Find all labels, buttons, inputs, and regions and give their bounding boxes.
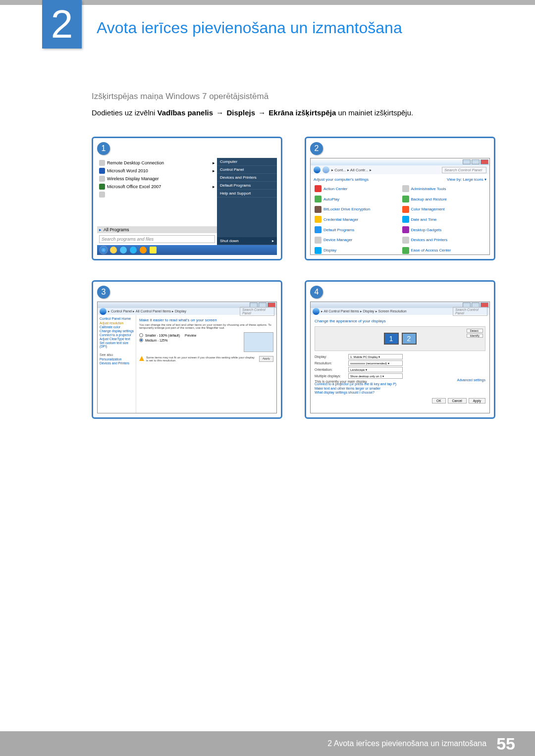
taskbar — [97, 245, 277, 255]
row-label: Multiple displays: — [315, 374, 344, 378]
breadcrumb[interactable]: ▸ All Control Panel Items ▸ Display ▸ Sc… — [321, 309, 407, 313]
nav-back-icon[interactable] — [314, 166, 321, 173]
sidebar-link[interactable]: Connect to a projector — [100, 333, 134, 337]
s3-body: Control Panel Home Adjust resolution Cal… — [98, 315, 276, 413]
monitor-2[interactable]: 2 — [402, 333, 417, 345]
cp-item[interactable]: Action Center — [315, 185, 398, 193]
nav-back-icon[interactable] — [100, 308, 107, 315]
window-titlebar — [311, 158, 489, 165]
search-input[interactable]: Search Control Panel — [442, 167, 486, 173]
sidebar-link[interactable]: Set custom text size (DPI) — [100, 341, 134, 348]
view-by-select[interactable]: View by: Large icons ▾ — [447, 177, 486, 182]
breadcrumb[interactable]: ▸ Control Panel ▸ All Control Panel Item… — [108, 309, 186, 313]
s1-right-item[interactable]: Help and Support — [217, 190, 277, 198]
cp-label: Action Center — [323, 187, 347, 191]
cp-item[interactable]: Backup and Restore — [402, 195, 486, 203]
projector-link[interactable]: Connect to a projector (or press the ⊞ k… — [315, 382, 485, 386]
row-label: Orientation: — [315, 368, 344, 371]
close-button[interactable] — [481, 159, 488, 164]
s1-item[interactable]: Microsoft Word 2010▸ — [99, 167, 215, 175]
cp-item[interactable]: Display — [315, 246, 398, 254]
sidebar-link[interactable]: Change display settings — [100, 329, 134, 333]
control-panel-grid: Action Center Administrative Tools AutoP… — [311, 185, 489, 254]
s1-right-item[interactable]: Control Panel — [217, 166, 277, 174]
s1-item[interactable]: Microsoft Office Excel 2007▸ — [99, 183, 215, 191]
opt-label: Medium - 125% — [145, 339, 168, 342]
resolution-select[interactable]: xxxxxxxxxx (recommended) ▾ — [348, 360, 403, 366]
cp-label: Backup and Restore — [411, 197, 447, 202]
minimize-button[interactable] — [463, 159, 471, 164]
row-label: Resolution: — [315, 361, 344, 365]
breadcrumb[interactable]: ▸ Cont... ▸ All Contr... ▸ — [331, 168, 372, 172]
cp-item[interactable]: AutoPlay — [315, 195, 398, 203]
size-option-125[interactable]: Medium - 125% — [139, 338, 241, 342]
detect-button[interactable]: Detect — [467, 329, 483, 333]
shutdown-label: Shut down — [220, 239, 239, 243]
sidebar-link[interactable]: Adjust ClearType text — [100, 337, 134, 341]
cp-label: Desktop Gadgets — [411, 228, 442, 232]
see-also-link[interactable]: Personalization — [100, 357, 134, 361]
all-programs[interactable]: ▸ All Programs — [97, 226, 217, 233]
maximize-button[interactable] — [472, 159, 480, 164]
preview-label: Preview — [185, 334, 196, 337]
ease-icon — [402, 247, 409, 254]
cp-item[interactable]: Credential Manager — [315, 215, 398, 224]
taskbar-icon[interactable] — [120, 247, 127, 253]
ok-button[interactable]: OK — [432, 398, 445, 403]
cp-item[interactable]: Desktop Gadgets — [402, 226, 486, 234]
cancel-button[interactable]: Cancel — [448, 398, 467, 403]
shutdown-button[interactable]: Shut down▸ — [217, 237, 277, 245]
cp-item[interactable]: Default Programs — [315, 226, 398, 234]
start-orb-icon[interactable] — [100, 247, 107, 253]
sidebar-link[interactable]: Adjust resolution — [100, 321, 134, 325]
sidebar-link[interactable]: Calibrate color — [100, 325, 134, 329]
cp-item[interactable]: Date and Time — [402, 215, 486, 224]
cp-item[interactable]: Device Manager — [315, 236, 398, 245]
what-settings-link[interactable]: What display settings should I choose? — [315, 391, 485, 394]
apply-button[interactable]: Apply — [259, 356, 273, 362]
taskbar-icon[interactable] — [110, 247, 117, 253]
s1-right-item[interactable]: Default Programs — [217, 182, 277, 190]
s1-right-item[interactable]: Devices and Printers — [217, 174, 277, 182]
explorer-icon[interactable] — [150, 247, 157, 253]
cp-label: Ease of Access Center — [411, 248, 451, 252]
s1-item[interactable]: Wireless Display Manager — [99, 175, 215, 183]
cp-item[interactable]: Ease of Access Center — [402, 246, 486, 254]
cp-item[interactable]: BitLocker Drive Encryption — [315, 205, 398, 213]
gadgets-icon — [402, 226, 409, 233]
instr-bold-2: Displejs — [226, 108, 255, 117]
taskbar-icon[interactable] — [140, 247, 147, 253]
apply-button[interactable]: Apply — [469, 398, 485, 403]
printer-icon — [402, 237, 409, 244]
bitlocker-icon — [315, 206, 321, 213]
start-search-input[interactable]: Search programs and files — [99, 235, 215, 243]
warning-icon — [139, 356, 144, 361]
display-arrangement[interactable]: 1 2 Detect Identify — [315, 326, 485, 351]
cp-item[interactable]: Administrative Tools — [402, 185, 486, 193]
identify-button[interactable]: Identify — [467, 334, 483, 338]
page-number: 55 — [496, 734, 515, 754]
s1-item[interactable]: Remote Desktop Connection▸ — [99, 159, 215, 167]
ie-icon[interactable] — [130, 247, 137, 253]
page-footer: 2 Avota ierīces pievienošana un izmantoš… — [0, 731, 535, 756]
s2-toolbar: ▸ Cont... ▸ All Contr... ▸ Search Contro… — [311, 165, 489, 174]
instruction-text: Dodieties uz izvēlni Vadības panelis → D… — [92, 108, 495, 117]
monitor-1[interactable]: 1 — [384, 333, 399, 345]
s1-right-item[interactable]: Computer — [217, 158, 277, 166]
display-select[interactable]: 1. Mobile PC Display ▾ — [348, 354, 403, 359]
cp-item[interactable]: Devices and Printers — [402, 236, 486, 245]
s1-item[interactable] — [99, 191, 215, 199]
text-size-link[interactable]: Make text and other items larger or smal… — [315, 387, 485, 390]
nav-back-icon[interactable] — [313, 308, 320, 315]
see-also-link[interactable]: Devices and Printers — [100, 361, 134, 365]
s4-headline: Change the appearance of your displays — [315, 319, 485, 323]
nav-fwd-icon[interactable] — [322, 166, 329, 173]
cp-item[interactable]: Color Management — [402, 205, 486, 213]
multidisplay-select[interactable]: Show desktop only on 1 ▾ — [348, 373, 403, 379]
chapter-number-box: 2 — [42, 0, 82, 49]
orientation-select[interactable]: Landscape ▾ — [348, 367, 403, 372]
tools-icon — [402, 185, 409, 192]
size-option-100[interactable]: Smaller - 100% (default)Preview — [139, 333, 241, 337]
cp-label: Display — [323, 248, 336, 252]
backup-icon — [402, 196, 409, 202]
